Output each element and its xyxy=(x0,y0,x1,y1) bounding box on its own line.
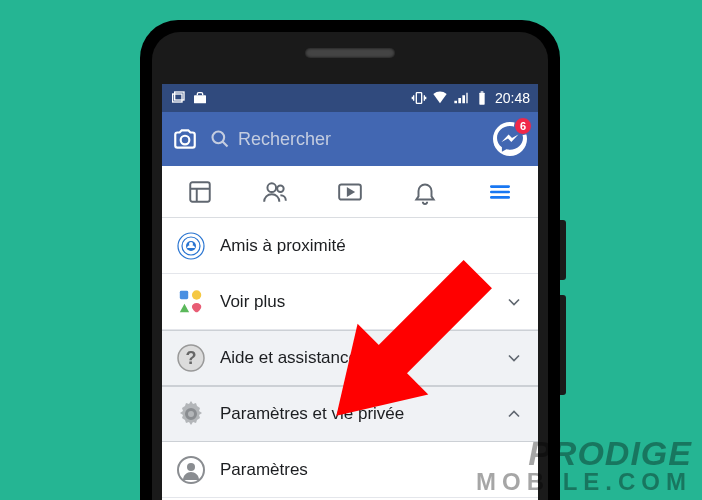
messenger-button[interactable]: 6 xyxy=(492,121,528,157)
svg-point-18 xyxy=(192,290,201,299)
tab-news-feed[interactable] xyxy=(162,166,237,217)
profile-icon xyxy=(176,455,206,485)
tab-notifications[interactable] xyxy=(388,166,463,217)
svg-point-7 xyxy=(213,132,225,144)
menu-item-see-more[interactable]: Voir plus xyxy=(162,274,538,330)
menu-label: Voir plus xyxy=(220,292,490,312)
phone-frame: 20:48 Rechercher 6 xyxy=(140,20,560,500)
menu-item-nearby-friends[interactable]: Amis à proximité xyxy=(162,218,538,274)
vibrate-icon xyxy=(411,90,427,106)
menu-label: Paramètres et vie privée xyxy=(220,404,490,424)
tab-friends[interactable] xyxy=(237,166,312,217)
chevron-down-icon xyxy=(504,292,524,312)
screenshot-icon xyxy=(170,90,186,106)
phone-side-button xyxy=(560,295,566,395)
clock: 20:48 xyxy=(495,90,530,106)
battery-icon xyxy=(474,90,490,106)
svg-rect-2 xyxy=(194,95,206,103)
menu-label: Aide et assistance xyxy=(220,348,490,368)
chevron-up-icon xyxy=(504,404,524,424)
news-feed-icon xyxy=(187,179,213,205)
search-placeholder: Rechercher xyxy=(238,129,331,150)
bell-icon xyxy=(412,179,438,205)
chevron-down-icon xyxy=(504,348,524,368)
wifi-icon xyxy=(432,90,448,106)
svg-rect-4 xyxy=(479,93,484,105)
watch-icon xyxy=(337,179,363,205)
camera-icon[interactable] xyxy=(172,126,198,152)
search-input[interactable]: Rechercher xyxy=(210,129,480,150)
facebook-header: Rechercher 6 xyxy=(162,112,538,166)
svg-rect-9 xyxy=(190,182,210,202)
signal-icon xyxy=(453,90,469,106)
watermark-line2: MOBILE.COM xyxy=(476,470,692,494)
nearby-friends-icon xyxy=(176,231,206,261)
android-status-bar: 20:48 xyxy=(162,84,538,112)
svg-point-6 xyxy=(181,136,190,145)
svg-rect-17 xyxy=(180,290,188,298)
gear-icon xyxy=(176,399,206,429)
svg-rect-3 xyxy=(416,93,421,104)
watermark: PRODIGE MOBILE.COM xyxy=(476,436,692,494)
notification-badge: 6 xyxy=(514,117,532,135)
tab-bar xyxy=(162,166,538,218)
svg-text:?: ? xyxy=(186,348,197,368)
svg-point-10 xyxy=(267,183,276,192)
svg-rect-5 xyxy=(481,91,484,92)
help-icon: ? xyxy=(176,343,206,373)
tab-watch[interactable] xyxy=(312,166,387,217)
see-more-icon xyxy=(176,287,206,317)
phone-side-button xyxy=(560,220,566,280)
menu-item-settings-privacy[interactable]: Paramètres et vie privée xyxy=(162,386,538,442)
phone-speaker xyxy=(305,48,395,58)
friends-icon xyxy=(262,179,288,205)
hamburger-icon xyxy=(487,179,513,205)
menu-item-help[interactable]: ? Aide et assistance xyxy=(162,330,538,386)
svg-point-11 xyxy=(277,185,284,192)
watermark-line1: PRODIGE xyxy=(476,436,692,470)
briefcase-icon xyxy=(192,90,208,106)
svg-point-22 xyxy=(187,463,195,471)
tab-menu[interactable] xyxy=(463,166,538,217)
menu-label: Amis à proximité xyxy=(220,236,524,256)
search-icon xyxy=(210,129,230,149)
